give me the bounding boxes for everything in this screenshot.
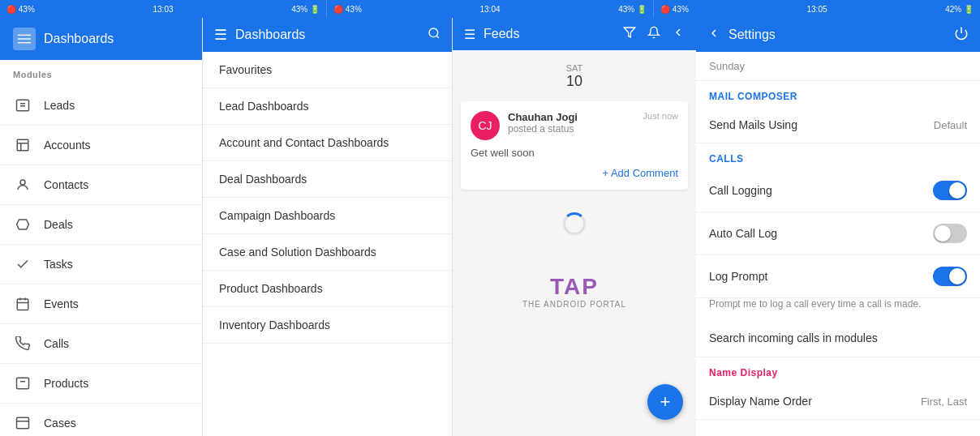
sidebar-item-tasks[interactable]: Tasks bbox=[0, 245, 202, 284]
feed-content: SAT 10 CJ Chauhan Jogi posted a status J… bbox=[453, 50, 696, 436]
svg-rect-2 bbox=[18, 42, 31, 43]
feed-title: Feeds bbox=[484, 27, 519, 41]
dropdown-item-lead-dashboards[interactable]: Lead Dashboards bbox=[203, 88, 452, 125]
dropdown-item-deal-dashboards[interactable]: Deal Dashboards bbox=[203, 161, 452, 198]
hamburger-icon[interactable]: ☰ bbox=[214, 26, 227, 44]
settings-title: Settings bbox=[729, 28, 776, 42]
tasks-label: Tasks bbox=[44, 258, 73, 271]
send-mails-label: Send Mails Using bbox=[709, 118, 797, 131]
search-incoming-item[interactable]: Search incoming calls in modules bbox=[696, 319, 980, 357]
accounts-label: Accounts bbox=[44, 139, 91, 152]
feed-card-body: Get well soon bbox=[471, 147, 678, 159]
dropdown-header: ☰ Dashboards bbox=[203, 18, 452, 52]
feed-card-time: Just now bbox=[643, 111, 678, 121]
status-bar-1: 🔴 43% 13:03 43% 🔋 bbox=[0, 0, 327, 18]
power-icon[interactable] bbox=[954, 26, 969, 44]
feed-card-footer: + Add Comment bbox=[471, 165, 678, 180]
bell-icon[interactable] bbox=[647, 26, 660, 42]
events-icon bbox=[13, 294, 32, 314]
svg-rect-14 bbox=[17, 378, 29, 389]
calls-label: Calls bbox=[44, 337, 69, 350]
settings-header: Settings bbox=[696, 18, 980, 52]
dropdown-item-inventory-dashboards[interactable]: Inventory Dashboards bbox=[203, 307, 452, 344]
toggle-knob bbox=[949, 182, 965, 199]
feed-user-name: Chauhan Jogi bbox=[508, 111, 635, 123]
feed-panel: ☰ Feeds SAT 10 bbox=[453, 18, 696, 436]
sidebar-item-accounts[interactable]: Accounts bbox=[0, 126, 202, 165]
auto-call-log-label: Auto Call Log bbox=[709, 227, 777, 240]
log-prompt-label: Log Prompt bbox=[709, 270, 767, 283]
sidebar: Dashboards Modules Leads Accounts Contac… bbox=[0, 18, 203, 436]
search-incoming-label: Search incoming calls in modules bbox=[709, 331, 878, 344]
feed-menu-icon[interactable]: ☰ bbox=[464, 27, 475, 42]
dropdown-item-account-contact-dashboards[interactable]: Account and Contact Dashboards bbox=[203, 125, 452, 161]
sidebar-item-contacts[interactable]: Contacts bbox=[0, 165, 202, 205]
leads-label: Leads bbox=[44, 99, 75, 112]
dropdown-panel: ☰ Dashboards Favourites Lead Dashboards … bbox=[203, 18, 453, 436]
dropdown-item-case-solution-dashboards[interactable]: Case and Solution Dashboards bbox=[203, 234, 452, 271]
tap-logo-text: THE ANDROID PORTAL bbox=[522, 300, 626, 309]
call-logging-label: Call Logging bbox=[709, 184, 772, 197]
feed-card-header: CJ Chauhan Jogi posted a status Just now bbox=[471, 111, 678, 140]
deals-icon bbox=[13, 215, 32, 234]
cases-icon bbox=[13, 413, 32, 433]
fab-button[interactable]: + bbox=[647, 384, 683, 420]
sidebar-item-leads[interactable]: Leads bbox=[0, 86, 202, 126]
dropdown-menu: Favourites Lead Dashboards Account and C… bbox=[203, 52, 452, 436]
products-icon bbox=[13, 374, 32, 393]
auto-call-log-toggle[interactable] bbox=[933, 224, 967, 243]
loading-spinner bbox=[461, 196, 688, 251]
status-bar-2: 🔴 43% 13:04 43% 🔋 bbox=[327, 0, 654, 18]
svg-rect-0 bbox=[18, 35, 31, 36]
dropdown-item-product-dashboards[interactable]: Product Dashboards bbox=[203, 271, 452, 307]
call-logging-toggle[interactable] bbox=[933, 181, 967, 200]
sidebar-item-products[interactable]: Products bbox=[0, 364, 202, 404]
calls-section: CALLS bbox=[696, 143, 980, 169]
status-bar-3: 🔴 43% 13:05 42% 🔋 bbox=[654, 0, 980, 18]
auto-call-log-item: Auto Call Log bbox=[696, 212, 980, 255]
add-comment-link[interactable]: + Add Comment bbox=[602, 167, 678, 179]
tasks-icon bbox=[13, 254, 32, 274]
filter-icon[interactable] bbox=[623, 26, 636, 42]
date-number: 10 bbox=[466, 73, 683, 90]
date-label: SAT 10 bbox=[461, 58, 688, 95]
svg-point-19 bbox=[429, 28, 438, 37]
send-mails-item: Send Mails Using Default bbox=[696, 107, 980, 143]
display-name-order-item: Display Name Order First, Last bbox=[696, 383, 980, 420]
svg-marker-21 bbox=[624, 28, 634, 37]
dropdown-item-favourites[interactable]: Favourites bbox=[203, 52, 452, 88]
sidebar-item-deals[interactable]: Deals bbox=[0, 205, 202, 245]
log-prompt-description: Prompt me to log a call every time a cal… bbox=[696, 298, 980, 319]
log-prompt-toggle[interactable] bbox=[933, 267, 967, 286]
contacts-label: Contacts bbox=[44, 178, 88, 191]
sidebar-item-cases[interactable]: Cases bbox=[0, 404, 202, 436]
mail-composer-section: MAIL COMPOSER bbox=[696, 81, 980, 107]
sidebar-title: Dashboards bbox=[44, 32, 114, 46]
sidebar-item-events[interactable]: Events bbox=[0, 284, 202, 324]
dropdown-title: Dashboards bbox=[235, 28, 305, 42]
settings-back-icon[interactable] bbox=[707, 27, 720, 43]
deals-label: Deals bbox=[44, 218, 73, 231]
settings-panel: Settings Sunday MAIL COMPOSER Send Mails… bbox=[696, 18, 980, 436]
products-label: Products bbox=[44, 377, 88, 390]
search-icon[interactable] bbox=[428, 27, 441, 43]
svg-rect-16 bbox=[17, 417, 29, 429]
events-label: Events bbox=[44, 297, 79, 310]
back-icon[interactable] bbox=[672, 26, 685, 42]
menu-icon[interactable] bbox=[13, 28, 36, 50]
toggle-knob-2 bbox=[935, 225, 951, 242]
spinner bbox=[563, 212, 586, 235]
feed-header: ☰ Feeds bbox=[453, 18, 696, 50]
feed-header-icons bbox=[623, 26, 685, 42]
sidebar-header: Dashboards bbox=[0, 18, 202, 60]
name-display-section: Name Display bbox=[696, 357, 980, 383]
dropdown-item-campaign-dashboards[interactable]: Campaign Dashboards bbox=[203, 198, 452, 234]
sidebar-item-calls[interactable]: Calls bbox=[0, 324, 202, 364]
contacts-icon bbox=[13, 175, 32, 194]
accounts-icon bbox=[13, 135, 32, 155]
tap-logo: TAP THE ANDROID PORTAL bbox=[461, 258, 688, 325]
svg-line-20 bbox=[436, 36, 439, 38]
toggle-knob-3 bbox=[949, 268, 965, 284]
avatar: CJ bbox=[471, 111, 500, 140]
leads-icon bbox=[13, 96, 32, 115]
